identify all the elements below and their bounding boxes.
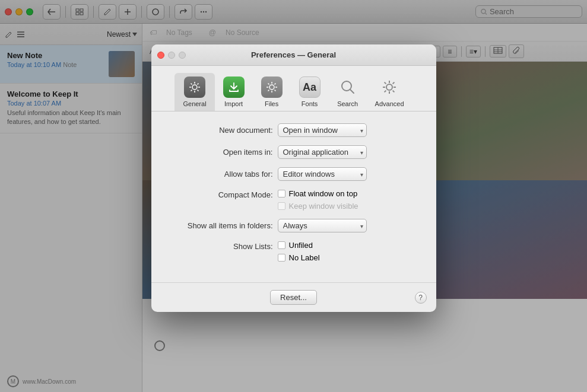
keep-window-checkbox[interactable]: [278, 202, 285, 210]
show-lists-row: Show Lists: Unfiled No Label: [169, 241, 418, 262]
allow-tabs-label: Allow tabs for:: [169, 170, 273, 179]
open-items-select-wrap: Original application Quick Look Keep It …: [278, 145, 367, 159]
preferences-modal: Preferences — General General Import: [151, 44, 436, 312]
help-button[interactable]: ?: [415, 292, 427, 304]
import-icon: [223, 77, 245, 98]
new-document-select-wrap: Open in window Open in tab New window ▾: [278, 123, 367, 137]
files-icon: [261, 77, 283, 98]
advanced-tab-label: Advanced: [375, 100, 404, 107]
svg-point-11: [269, 85, 274, 90]
search-tab-label: Search: [337, 100, 358, 107]
allow-tabs-select-wrap: Editor windows All windows Never ▾: [278, 167, 367, 181]
general-tab-label: General: [183, 100, 206, 107]
tab-search[interactable]: Search: [329, 73, 367, 111]
allow-tabs-select[interactable]: Editor windows All windows Never: [278, 167, 367, 181]
modal-minimize-button[interactable]: [168, 52, 175, 59]
new-document-select[interactable]: Open in window Open in tab New window: [278, 123, 367, 137]
preferences-content: New document: Open in window Open in tab…: [151, 111, 436, 282]
keep-window-row: Keep window visible: [278, 202, 358, 211]
modal-close-button[interactable]: [157, 52, 164, 59]
float-window-checkbox[interactable]: [278, 190, 285, 197]
import-tab-label: Import: [224, 100, 243, 107]
float-window-label: Float window on top: [289, 189, 358, 198]
preferences-toolbar: General Import Files Aa Fon: [151, 66, 436, 111]
tab-advanced[interactable]: Advanced: [367, 73, 413, 111]
tab-fonts[interactable]: Aa Fonts: [291, 73, 329, 111]
new-document-label: New document:: [169, 126, 273, 135]
unfiled-label: Unfiled: [289, 241, 313, 250]
unfiled-checkbox[interactable]: [278, 241, 285, 249]
show-all-items-label: Show all items in folders:: [169, 221, 273, 230]
svg-point-13: [386, 84, 392, 90]
advanced-tab-icon: [379, 77, 400, 98]
fonts-icon: Aa: [299, 77, 321, 98]
compact-mode-row: Compact Mode: Float window on top Keep w…: [169, 189, 418, 211]
show-lists-label: Show Lists:: [169, 241, 273, 251]
unfiled-row: Unfiled: [278, 241, 320, 250]
show-all-items-select[interactable]: Always Never When searching: [278, 219, 367, 232]
svg-point-10: [192, 85, 197, 90]
files-tab-label: Files: [265, 100, 278, 107]
no-label-checkbox[interactable]: [278, 254, 285, 262]
tab-general[interactable]: General: [174, 73, 214, 111]
tab-import[interactable]: Import: [215, 73, 253, 111]
compact-mode-checkboxes: Float window on top Keep window visible: [278, 189, 358, 211]
open-items-label: Open items in:: [169, 148, 273, 157]
tab-files[interactable]: Files: [253, 73, 291, 111]
modal-zoom-button[interactable]: [179, 52, 186, 59]
compact-mode-label: Compact Mode:: [169, 189, 273, 199]
modal-title: Preferences — General: [251, 50, 336, 59]
no-label-label: No Label: [289, 253, 320, 262]
modal-title-bar: Preferences — General: [151, 44, 436, 66]
search-tab-icon: [337, 77, 358, 98]
keep-window-label: Keep window visible: [289, 202, 358, 211]
fonts-tab-label: Fonts: [302, 100, 318, 107]
general-icon: [184, 77, 205, 98]
show-lists-checkboxes: Unfiled No Label: [278, 241, 320, 262]
reset-button[interactable]: Reset...: [270, 290, 317, 305]
show-all-items-select-wrap: Always Never When searching ▾: [278, 219, 367, 232]
open-items-row: Open items in: Original application Quic…: [169, 145, 418, 159]
allow-tabs-row: Allow tabs for: Editor windows All windo…: [169, 167, 418, 181]
preferences-footer: Reset... ?: [151, 282, 436, 312]
show-all-items-row: Show all items in folders: Always Never …: [169, 219, 418, 232]
new-document-row: New document: Open in window Open in tab…: [169, 123, 418, 137]
modal-traffic-lights: [157, 52, 186, 59]
modal-overlay: Preferences — General General Import: [0, 0, 587, 392]
no-label-row: No Label: [278, 253, 320, 262]
open-items-select[interactable]: Original application Quick Look Keep It: [278, 145, 367, 159]
float-window-row: Float window on top: [278, 189, 358, 198]
